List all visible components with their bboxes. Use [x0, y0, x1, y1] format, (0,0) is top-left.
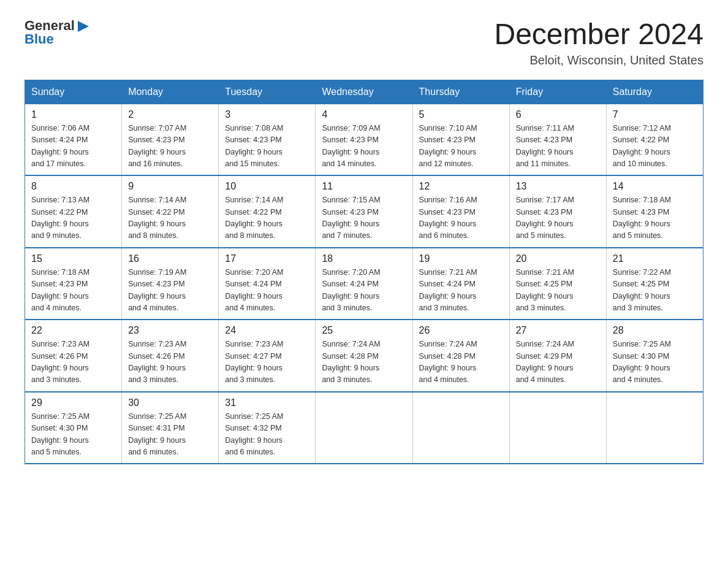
day-info: Sunrise: 7:25 AM Sunset: 4:31 PM Dayligh… — [128, 411, 212, 459]
day-number: 3 — [225, 109, 309, 120]
day-number: 29 — [31, 397, 115, 408]
day-info: Sunrise: 7:18 AM Sunset: 4:23 PM Dayligh… — [31, 267, 115, 315]
day-cell — [509, 392, 606, 464]
day-info: Sunrise: 7:16 AM Sunset: 4:23 PM Dayligh… — [419, 194, 503, 242]
day-number: 2 — [128, 109, 212, 120]
day-info: Sunrise: 7:17 AM Sunset: 4:23 PM Dayligh… — [516, 194, 600, 242]
day-cell: 19Sunrise: 7:21 AM Sunset: 4:24 PM Dayli… — [412, 248, 509, 320]
day-cell: 30Sunrise: 7:25 AM Sunset: 4:31 PM Dayli… — [122, 392, 219, 464]
day-info: Sunrise: 7:20 AM Sunset: 4:24 PM Dayligh… — [225, 267, 309, 315]
day-cell: 17Sunrise: 7:20 AM Sunset: 4:24 PM Dayli… — [219, 248, 316, 320]
week-row-1: 1Sunrise: 7:06 AM Sunset: 4:24 PM Daylig… — [25, 104, 703, 175]
day-cell: 18Sunrise: 7:20 AM Sunset: 4:24 PM Dayli… — [316, 248, 412, 320]
header-cell-monday: Monday — [122, 80, 219, 104]
day-cell: 7Sunrise: 7:12 AM Sunset: 4:22 PM Daylig… — [606, 104, 703, 175]
calendar-table: SundayMondayTuesdayWednesdayThursdayFrid… — [25, 80, 703, 465]
day-cell — [606, 392, 703, 464]
day-cell: 9Sunrise: 7:14 AM Sunset: 4:22 PM Daylig… — [122, 175, 219, 248]
day-cell — [412, 392, 509, 464]
title-block: December 2024 Beloit, Wisconsin, United … — [494, 18, 703, 67]
calendar-header: SundayMondayTuesdayWednesdayThursdayFrid… — [25, 80, 703, 104]
header-cell-tuesday: Tuesday — [219, 80, 316, 104]
day-number: 15 — [31, 253, 115, 264]
day-number: 12 — [419, 181, 503, 192]
header-cell-saturday: Saturday — [606, 80, 703, 104]
day-info: Sunrise: 7:15 AM Sunset: 4:23 PM Dayligh… — [322, 194, 406, 242]
day-cell: 22Sunrise: 7:23 AM Sunset: 4:26 PM Dayli… — [25, 320, 122, 392]
day-cell: 26Sunrise: 7:24 AM Sunset: 4:28 PM Dayli… — [412, 320, 509, 392]
day-cell: 14Sunrise: 7:18 AM Sunset: 4:23 PM Dayli… — [606, 175, 703, 248]
day-cell: 25Sunrise: 7:24 AM Sunset: 4:28 PM Dayli… — [316, 320, 412, 392]
calendar-body: 1Sunrise: 7:06 AM Sunset: 4:24 PM Daylig… — [25, 104, 703, 464]
day-info: Sunrise: 7:25 AM Sunset: 4:30 PM Dayligh… — [613, 339, 697, 386]
day-cell: 29Sunrise: 7:25 AM Sunset: 4:30 PM Dayli… — [25, 392, 122, 464]
day-info: Sunrise: 7:10 AM Sunset: 4:23 PM Dayligh… — [419, 123, 503, 170]
day-number: 8 — [31, 181, 115, 192]
day-number: 6 — [516, 109, 600, 120]
day-cell — [316, 392, 412, 464]
day-cell: 12Sunrise: 7:16 AM Sunset: 4:23 PM Dayli… — [412, 175, 509, 248]
day-number: 27 — [516, 325, 600, 336]
day-number: 25 — [322, 325, 406, 336]
day-info: Sunrise: 7:21 AM Sunset: 4:25 PM Dayligh… — [516, 267, 600, 315]
day-cell: 15Sunrise: 7:18 AM Sunset: 4:23 PM Dayli… — [25, 248, 122, 320]
week-row-3: 15Sunrise: 7:18 AM Sunset: 4:23 PM Dayli… — [25, 248, 703, 320]
day-info: Sunrise: 7:21 AM Sunset: 4:24 PM Dayligh… — [419, 267, 503, 315]
week-row-5: 29Sunrise: 7:25 AM Sunset: 4:30 PM Dayli… — [25, 392, 703, 464]
day-info: Sunrise: 7:22 AM Sunset: 4:25 PM Dayligh… — [613, 267, 697, 315]
day-info: Sunrise: 7:24 AM Sunset: 4:28 PM Dayligh… — [419, 339, 503, 386]
day-number: 21 — [613, 253, 697, 264]
day-number: 10 — [225, 181, 309, 192]
day-info: Sunrise: 7:24 AM Sunset: 4:28 PM Dayligh… — [322, 339, 406, 386]
header-cell-wednesday: Wednesday — [316, 80, 412, 104]
day-info: Sunrise: 7:18 AM Sunset: 4:23 PM Dayligh… — [613, 194, 697, 242]
week-row-4: 22Sunrise: 7:23 AM Sunset: 4:26 PM Dayli… — [25, 320, 703, 392]
day-number: 9 — [128, 181, 212, 192]
day-number: 23 — [128, 325, 212, 336]
day-cell: 3Sunrise: 7:08 AM Sunset: 4:23 PM Daylig… — [219, 104, 316, 175]
logo-blue-text: Blue — [25, 32, 90, 47]
day-number: 17 — [225, 253, 309, 264]
day-info: Sunrise: 7:14 AM Sunset: 4:22 PM Dayligh… — [128, 194, 212, 242]
day-number: 16 — [128, 253, 212, 264]
header-row: SundayMondayTuesdayWednesdayThursdayFrid… — [25, 80, 703, 104]
day-number: 22 — [31, 325, 115, 336]
day-cell: 11Sunrise: 7:15 AM Sunset: 4:23 PM Dayli… — [316, 175, 412, 248]
day-number: 30 — [128, 397, 212, 408]
day-cell: 2Sunrise: 7:07 AM Sunset: 4:23 PM Daylig… — [122, 104, 219, 175]
day-number: 31 — [225, 397, 309, 408]
day-cell: 23Sunrise: 7:23 AM Sunset: 4:26 PM Dayli… — [122, 320, 219, 392]
day-number: 7 — [613, 109, 697, 120]
logo: General Blue — [25, 18, 90, 47]
day-number: 5 — [419, 109, 503, 120]
logo-triangle-icon — [77, 20, 90, 33]
day-cell: 8Sunrise: 7:13 AM Sunset: 4:22 PM Daylig… — [25, 175, 122, 248]
day-info: Sunrise: 7:06 AM Sunset: 4:24 PM Dayligh… — [31, 123, 115, 170]
day-cell: 20Sunrise: 7:21 AM Sunset: 4:25 PM Dayli… — [509, 248, 606, 320]
day-info: Sunrise: 7:12 AM Sunset: 4:22 PM Dayligh… — [613, 123, 697, 170]
day-cell: 27Sunrise: 7:24 AM Sunset: 4:29 PM Dayli… — [509, 320, 606, 392]
day-info: Sunrise: 7:24 AM Sunset: 4:29 PM Dayligh… — [516, 339, 600, 386]
day-number: 13 — [516, 181, 600, 192]
day-number: 24 — [225, 325, 309, 336]
day-number: 26 — [419, 325, 503, 336]
day-info: Sunrise: 7:08 AM Sunset: 4:23 PM Dayligh… — [225, 123, 309, 170]
day-cell: 28Sunrise: 7:25 AM Sunset: 4:30 PM Dayli… — [606, 320, 703, 392]
day-cell: 4Sunrise: 7:09 AM Sunset: 4:23 PM Daylig… — [316, 104, 412, 175]
day-cell: 1Sunrise: 7:06 AM Sunset: 4:24 PM Daylig… — [25, 104, 122, 175]
day-number: 20 — [516, 253, 600, 264]
day-cell: 24Sunrise: 7:23 AM Sunset: 4:27 PM Dayli… — [219, 320, 316, 392]
day-cell: 6Sunrise: 7:11 AM Sunset: 4:23 PM Daylig… — [509, 104, 606, 175]
week-row-2: 8Sunrise: 7:13 AM Sunset: 4:22 PM Daylig… — [25, 175, 703, 248]
header-cell-thursday: Thursday — [412, 80, 509, 104]
day-number: 11 — [322, 181, 406, 192]
day-number: 19 — [419, 253, 503, 264]
day-number: 1 — [31, 109, 115, 120]
location: Beloit, Wisconsin, United States — [494, 53, 703, 67]
day-info: Sunrise: 7:20 AM Sunset: 4:24 PM Dayligh… — [322, 267, 406, 315]
header-cell-friday: Friday — [509, 80, 606, 104]
day-cell: 21Sunrise: 7:22 AM Sunset: 4:25 PM Dayli… — [606, 248, 703, 320]
day-number: 28 — [613, 325, 697, 336]
day-info: Sunrise: 7:13 AM Sunset: 4:22 PM Dayligh… — [31, 194, 115, 242]
day-info: Sunrise: 7:09 AM Sunset: 4:23 PM Dayligh… — [322, 123, 406, 170]
